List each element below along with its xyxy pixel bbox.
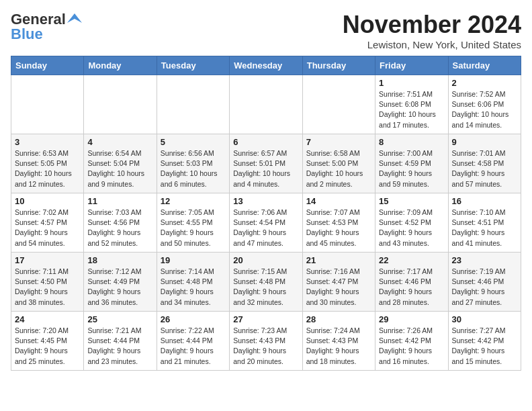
day-info: Sunrise: 7:52 AM Sunset: 6:06 PM Dayligh… xyxy=(452,89,517,130)
day-number: 26 xyxy=(161,314,226,324)
day-number: 25 xyxy=(87,314,152,324)
calendar-cell: 6Sunrise: 6:57 AM Sunset: 5:01 PM Daylig… xyxy=(230,134,302,193)
day-number: 5 xyxy=(161,137,226,147)
calendar-cell: 29Sunrise: 7:26 AM Sunset: 4:42 PM Dayli… xyxy=(375,312,448,371)
calendar-header: SundayMondayTuesdayWednesdayThursdayFrid… xyxy=(11,56,521,75)
day-number: 3 xyxy=(15,137,80,147)
day-info: Sunrise: 7:06 AM Sunset: 4:54 PM Dayligh… xyxy=(233,208,298,248)
weekday-header-sunday: Sunday xyxy=(11,56,84,75)
day-info: Sunrise: 7:00 AM Sunset: 4:59 PM Dayligh… xyxy=(379,148,444,189)
logo: General Blue xyxy=(11,11,82,43)
calendar-week-2: 3Sunrise: 6:53 AM Sunset: 5:05 PM Daylig… xyxy=(11,134,521,193)
day-number: 24 xyxy=(15,314,80,324)
day-number: 13 xyxy=(233,196,298,206)
calendar-cell: 21Sunrise: 7:16 AM Sunset: 4:47 PM Dayli… xyxy=(302,253,375,312)
day-number: 14 xyxy=(306,196,371,206)
day-number: 19 xyxy=(161,255,226,265)
calendar-cell xyxy=(230,75,302,134)
calendar-cell: 15Sunrise: 7:09 AM Sunset: 4:52 PM Dayli… xyxy=(375,193,448,253)
weekday-header-thursday: Thursday xyxy=(302,56,375,75)
day-info: Sunrise: 6:54 AM Sunset: 5:04 PM Dayligh… xyxy=(87,148,152,189)
calendar-cell: 28Sunrise: 7:24 AM Sunset: 4:43 PM Dayli… xyxy=(302,312,375,371)
day-number: 29 xyxy=(379,314,444,324)
calendar-cell: 16Sunrise: 7:10 AM Sunset: 4:51 PM Dayli… xyxy=(448,193,521,253)
day-info: Sunrise: 7:17 AM Sunset: 4:46 PM Dayligh… xyxy=(379,267,444,308)
calendar-week-1: 1Sunrise: 7:51 AM Sunset: 6:08 PM Daylig… xyxy=(11,75,521,134)
title-area: November 2024 Lewiston, New York, United… xyxy=(343,11,521,50)
day-number: 6 xyxy=(233,137,298,147)
day-info: Sunrise: 7:11 AM Sunset: 4:50 PM Dayligh… xyxy=(15,267,80,308)
day-info: Sunrise: 7:02 AM Sunset: 4:57 PM Dayligh… xyxy=(15,208,80,248)
day-info: Sunrise: 7:01 AM Sunset: 4:58 PM Dayligh… xyxy=(452,148,517,189)
day-info: Sunrise: 7:26 AM Sunset: 4:42 PM Dayligh… xyxy=(379,326,444,367)
logo-text-blue: Blue xyxy=(11,26,43,43)
day-info: Sunrise: 6:58 AM Sunset: 5:00 PM Dayligh… xyxy=(306,148,371,189)
day-number: 17 xyxy=(15,255,80,265)
day-number: 11 xyxy=(87,196,152,206)
day-info: Sunrise: 7:16 AM Sunset: 4:47 PM Dayligh… xyxy=(306,267,371,308)
calendar-cell: 30Sunrise: 7:27 AM Sunset: 4:42 PM Dayli… xyxy=(448,312,521,371)
logo-bird-icon xyxy=(67,13,82,23)
day-number: 12 xyxy=(161,196,226,206)
calendar-cell: 18Sunrise: 7:12 AM Sunset: 4:49 PM Dayli… xyxy=(84,253,157,312)
calendar-cell: 23Sunrise: 7:19 AM Sunset: 4:46 PM Dayli… xyxy=(448,253,521,312)
day-info: Sunrise: 6:57 AM Sunset: 5:01 PM Dayligh… xyxy=(233,148,298,189)
header: General Blue November 2024 Lewiston, New… xyxy=(11,11,521,50)
calendar-table: SundayMondayTuesdayWednesdayThursdayFrid… xyxy=(11,56,521,371)
day-info: Sunrise: 7:19 AM Sunset: 4:46 PM Dayligh… xyxy=(452,267,517,308)
calendar-cell: 11Sunrise: 7:03 AM Sunset: 4:56 PM Dayli… xyxy=(84,193,157,253)
day-number: 27 xyxy=(233,314,298,324)
weekday-header-friday: Friday xyxy=(375,56,448,75)
calendar-cell: 14Sunrise: 7:07 AM Sunset: 4:53 PM Dayli… xyxy=(302,193,375,253)
calendar-cell: 7Sunrise: 6:58 AM Sunset: 5:00 PM Daylig… xyxy=(302,134,375,193)
calendar-week-4: 17Sunrise: 7:11 AM Sunset: 4:50 PM Dayli… xyxy=(11,253,521,312)
calendar-body: 1Sunrise: 7:51 AM Sunset: 6:08 PM Daylig… xyxy=(11,75,521,371)
calendar-week-3: 10Sunrise: 7:02 AM Sunset: 4:57 PM Dayli… xyxy=(11,193,521,253)
calendar-cell xyxy=(84,75,157,134)
location-subtitle: Lewiston, New York, United States xyxy=(343,39,521,50)
day-info: Sunrise: 7:14 AM Sunset: 4:48 PM Dayligh… xyxy=(161,267,226,308)
day-number: 8 xyxy=(379,137,444,147)
calendar-cell: 5Sunrise: 6:56 AM Sunset: 5:03 PM Daylig… xyxy=(157,134,229,193)
calendar-cell: 27Sunrise: 7:23 AM Sunset: 4:43 PM Dayli… xyxy=(230,312,302,371)
weekday-header-saturday: Saturday xyxy=(448,56,521,75)
day-number: 28 xyxy=(306,314,371,324)
calendar-cell: 17Sunrise: 7:11 AM Sunset: 4:50 PM Dayli… xyxy=(11,253,84,312)
calendar-cell: 3Sunrise: 6:53 AM Sunset: 5:05 PM Daylig… xyxy=(11,134,84,193)
day-info: Sunrise: 7:09 AM Sunset: 4:52 PM Dayligh… xyxy=(379,208,444,248)
calendar-cell: 25Sunrise: 7:21 AM Sunset: 4:44 PM Dayli… xyxy=(84,312,157,371)
day-info: Sunrise: 7:07 AM Sunset: 4:53 PM Dayligh… xyxy=(306,208,371,248)
day-number: 4 xyxy=(87,137,152,147)
day-number: 10 xyxy=(15,196,80,206)
calendar-cell: 12Sunrise: 7:05 AM Sunset: 4:55 PM Dayli… xyxy=(157,193,229,253)
day-number: 9 xyxy=(452,137,517,147)
day-number: 15 xyxy=(379,196,444,206)
day-info: Sunrise: 6:53 AM Sunset: 5:05 PM Dayligh… xyxy=(15,148,80,189)
weekday-header-wednesday: Wednesday xyxy=(230,56,302,75)
calendar-cell xyxy=(157,75,229,134)
calendar-cell: 20Sunrise: 7:15 AM Sunset: 4:48 PM Dayli… xyxy=(230,253,302,312)
calendar-cell xyxy=(11,75,84,134)
svg-marker-0 xyxy=(67,13,82,23)
day-info: Sunrise: 6:56 AM Sunset: 5:03 PM Dayligh… xyxy=(161,148,226,189)
weekday-header-row: SundayMondayTuesdayWednesdayThursdayFrid… xyxy=(11,56,521,75)
calendar-cell: 19Sunrise: 7:14 AM Sunset: 4:48 PM Dayli… xyxy=(157,253,229,312)
month-title: November 2024 xyxy=(343,11,521,39)
day-number: 1 xyxy=(379,78,444,88)
calendar-cell: 9Sunrise: 7:01 AM Sunset: 4:58 PM Daylig… xyxy=(448,134,521,193)
weekday-header-monday: Monday xyxy=(84,56,157,75)
day-number: 18 xyxy=(87,255,152,265)
day-info: Sunrise: 7:21 AM Sunset: 4:44 PM Dayligh… xyxy=(87,326,152,367)
calendar-cell: 2Sunrise: 7:52 AM Sunset: 6:06 PM Daylig… xyxy=(448,75,521,134)
day-number: 2 xyxy=(452,78,517,88)
calendar-cell: 13Sunrise: 7:06 AM Sunset: 4:54 PM Dayli… xyxy=(230,193,302,253)
calendar-cell: 26Sunrise: 7:22 AM Sunset: 4:44 PM Dayli… xyxy=(157,312,229,371)
calendar-cell: 22Sunrise: 7:17 AM Sunset: 4:46 PM Dayli… xyxy=(375,253,448,312)
calendar-cell: 1Sunrise: 7:51 AM Sunset: 6:08 PM Daylig… xyxy=(375,75,448,134)
day-number: 21 xyxy=(306,255,371,265)
day-info: Sunrise: 7:22 AM Sunset: 4:44 PM Dayligh… xyxy=(161,326,226,367)
calendar-cell: 10Sunrise: 7:02 AM Sunset: 4:57 PM Dayli… xyxy=(11,193,84,253)
calendar-cell: 4Sunrise: 6:54 AM Sunset: 5:04 PM Daylig… xyxy=(84,134,157,193)
day-number: 7 xyxy=(306,137,371,147)
calendar-cell: 24Sunrise: 7:20 AM Sunset: 4:45 PM Dayli… xyxy=(11,312,84,371)
